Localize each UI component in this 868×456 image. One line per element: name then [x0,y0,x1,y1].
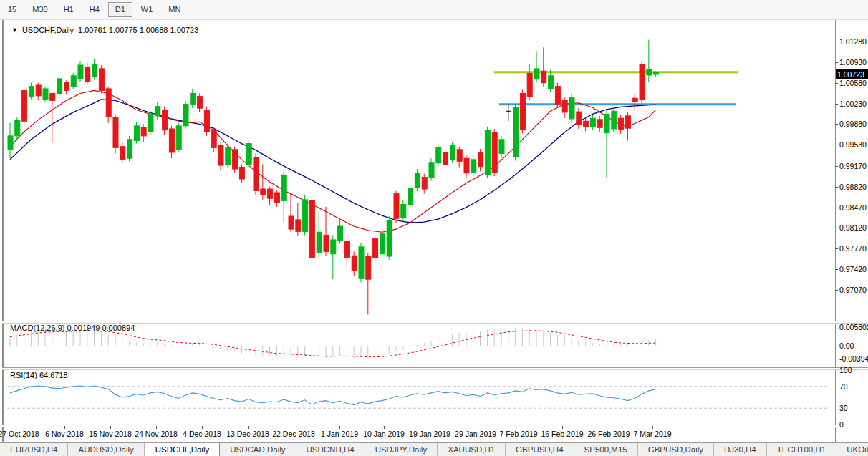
candle-body [141,127,146,136]
candle-body [261,189,266,195]
price-tick-label: 0.99530 [839,140,867,149]
candle-body [604,114,609,132]
symbol-tab-gbpusd-daily[interactable]: GBPUSD,Daily [638,443,714,456]
candle-body [183,104,188,125]
ma-slow-line [10,100,656,223]
candle-body [218,145,223,165]
symbol-tab-dj30-h4[interactable]: DJ30,H4 [714,443,767,456]
symbol-tab-tech100-h1[interactable]: TECH100,H1 [767,443,836,456]
symbol-tab-audusd-daily[interactable]: AUDUSD,Daily [68,443,144,456]
date-tick [110,426,111,429]
candle-body [436,147,441,162]
candle-body [394,194,399,219]
symbol-tab-sp500-m15[interactable]: SP500,M15 [574,443,638,456]
rsi-tick-label: 30 [839,404,848,412]
symbol-tab-eurusd-h4[interactable]: EURUSD,H4 [0,443,68,456]
candle-body [78,65,83,79]
price-tick [835,83,838,84]
toolbar-separator [193,3,193,17]
timeframe-button-w1[interactable]: W1 [134,2,160,17]
price-tick [835,166,838,167]
price-tick-label: 0.97070 [839,286,867,294]
price-tick [835,62,838,63]
date-tick [384,426,385,429]
candle-body [57,79,62,94]
price-tick-label: 1.00580 [839,79,867,87]
date-tick [609,426,609,429]
date-tick [64,426,65,429]
date-tick-label: 15 Nov 2018 [89,430,132,438]
candle-body [359,247,364,279]
candle-body [134,126,139,141]
price-tick-label: 1.00230 [839,100,867,108]
rsi-tick-label: 100 [839,366,852,374]
date-tick-label: 27 Oct 2018 [0,430,39,438]
rsi-canvas[interactable] [6,369,835,425]
timeframe-button-d1[interactable]: D1 [108,2,132,17]
date-tick-label: 24 Nov 2018 [135,430,178,438]
timeframe-button-m30[interactable]: M30 [25,2,54,17]
candle-body [155,107,160,116]
date-tick [652,426,653,429]
candle-body [85,67,90,82]
date-tick-label: 7 Feb 2019 [499,430,537,438]
price-tick-label: 0.97770 [839,244,867,253]
symbol-tab-usdchf-daily[interactable]: USDCHF,Daily [145,442,220,456]
candle-body [254,157,259,191]
price-tick [835,228,838,228]
candle-body [344,241,349,258]
rsi-tick-label: 70 [839,382,848,391]
symbol-tab-gbpusd-h4[interactable]: GBPUSD,H4 [506,443,574,456]
candle-body [492,132,497,173]
date-tick-label: 22 Dec 2018 [272,430,315,438]
price-tick-label: 0.99170 [839,162,867,170]
candle-body [113,117,118,148]
candle-body [513,107,519,157]
candle-body [106,89,111,117]
timeframe-button-15[interactable]: 15 [1,2,24,17]
candle-body [619,118,624,130]
candle-body [274,193,279,203]
symbol-tab-ukoil-[interactable]: UKOil, [836,443,868,456]
date-tick [248,426,249,429]
price-tick [835,187,838,188]
candle-body [422,178,427,189]
candle-body [471,160,476,173]
candle-body [148,114,153,132]
date-tick [339,426,340,429]
date-tick-label: 19 Jan 2019 [409,430,450,438]
candle-body [485,130,490,175]
candle-body [534,69,539,79]
candle-body [15,120,20,136]
candle-body [331,240,336,254]
symbol-tab-usdcnh-h4[interactable]: USDCNH,H4 [296,443,365,456]
candle-body [127,140,132,158]
date-tick-label: 4 Dec 2018 [183,430,221,438]
candle-body [429,163,434,178]
candle-body [555,87,560,105]
symbol-tab-usdcad-daily[interactable]: USDCAD,Daily [220,443,296,456]
price-tick [835,42,838,42]
price-chart-canvas[interactable] [6,21,835,321]
macd-tick-label: 0.00 [839,341,854,350]
timeframe-toolbar: 15M30H1H4D1W1MN [0,0,868,20]
price-tick [835,248,838,249]
date-tick [19,426,19,429]
rsi-tick-label: 0 [839,420,844,429]
price-tick-label: 1.00930 [839,58,867,67]
candle-body [43,89,48,100]
symbol-tab-xauusd-h1[interactable]: XAUUSD,H1 [438,443,506,456]
date-tick [294,426,294,429]
candle-body [233,150,238,169]
candle-body [352,256,357,271]
candle-body [401,204,406,217]
timeframe-button-h1[interactable]: H1 [57,2,81,17]
candle-body [373,238,378,257]
symbol-tab-usdjpy-daily[interactable]: USDJPY,Daily [365,443,438,456]
candle-body [450,145,455,160]
candle-body [380,234,385,254]
timeframe-button-h4[interactable]: H4 [82,2,107,17]
candle-body [569,97,574,119]
candle-body [562,100,567,112]
timeframe-button-mn[interactable]: MN [161,2,188,17]
